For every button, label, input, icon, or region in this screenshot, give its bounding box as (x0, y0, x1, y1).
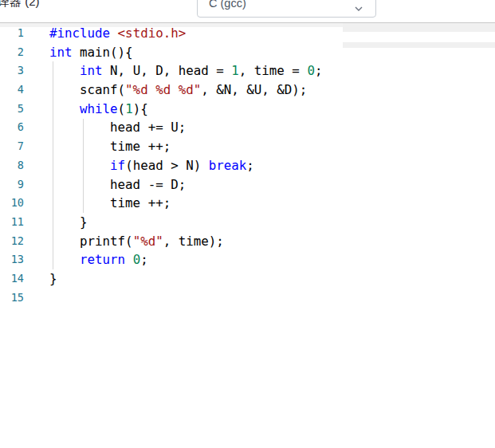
line-number: 12 (0, 232, 24, 251)
indent-guide (83, 119, 84, 214)
code-text[interactable]: scanf("%d %d %d", &N, &U, &D); (24, 81, 495, 100)
code-line[interactable]: 5 while(1){ (0, 100, 495, 119)
line-number: 8 (0, 156, 24, 175)
line-number: 4 (0, 81, 24, 100)
code-line[interactable]: 8 if(head > N) break; (0, 156, 495, 175)
line-number: 7 (0, 137, 24, 156)
code-line[interactable]: 9 head -= D; (0, 175, 495, 195)
code-text[interactable]: head -= D; (24, 175, 495, 195)
line-number: 11 (0, 213, 24, 232)
code-line[interactable]: 15 (0, 289, 495, 308)
line-number: 10 (0, 194, 24, 213)
code-text[interactable]: printf("%d", time); (24, 232, 495, 251)
code-text[interactable]: if(head > N) break; (24, 156, 495, 175)
code-text[interactable]: head += U; (24, 118, 495, 137)
line-number: 5 (0, 100, 24, 119)
code-line[interactable]: 6 head += U; (0, 118, 495, 137)
code-text[interactable]: time ++; (24, 194, 495, 213)
code-text[interactable]: } (24, 213, 495, 232)
code-line[interactable]: 12 printf("%d", time); (0, 232, 495, 251)
line-number: 14 (0, 269, 24, 289)
code-editor[interactable]: 1#include <stdio.h>2int main(){3 int N, … (0, 24, 495, 307)
code-text[interactable]: } (24, 269, 495, 289)
language-select[interactable]: C (gcc) (197, 0, 376, 18)
code-line[interactable]: 13 return 0; (0, 250, 495, 269)
line-number: 2 (0, 43, 24, 62)
code-text[interactable]: #include <stdio.h> (24, 24, 495, 43)
code-line[interactable]: 1#include <stdio.h> (0, 24, 495, 43)
code-line[interactable]: 4 scanf("%d %d %d", &N, &U, &D); (0, 81, 495, 100)
language-select-value: C (gcc) (209, 0, 246, 10)
code-line[interactable]: 14} (0, 269, 495, 289)
line-number: 3 (0, 61, 24, 81)
line-number: 6 (0, 118, 24, 137)
code-line[interactable]: 2int main(){ (0, 43, 495, 62)
code-line[interactable]: 10 time ++; (0, 194, 495, 213)
line-number: 9 (0, 175, 24, 195)
code-text[interactable]: return 0; (24, 250, 495, 269)
code-text[interactable]: time ++; (24, 137, 495, 156)
indent-guide (53, 61, 53, 269)
code-line[interactable]: 11 } (0, 213, 495, 232)
code-text[interactable] (24, 289, 495, 308)
line-number: 1 (0, 24, 24, 43)
code-text[interactable]: int N, U, D, head = 1, time = 0; (24, 61, 495, 81)
chevron-down-icon (355, 1, 363, 6)
code-line[interactable]: 7 time ++; (0, 137, 495, 156)
line-number: 15 (0, 289, 24, 308)
compiler-tab-label: 编译器 (2) (0, 0, 40, 10)
code-text[interactable]: while(1){ (24, 100, 495, 119)
code-line[interactable]: 3 int N, U, D, head = 1, time = 0; (0, 61, 495, 81)
line-number: 13 (0, 250, 24, 269)
code-text[interactable]: int main(){ (24, 43, 495, 62)
